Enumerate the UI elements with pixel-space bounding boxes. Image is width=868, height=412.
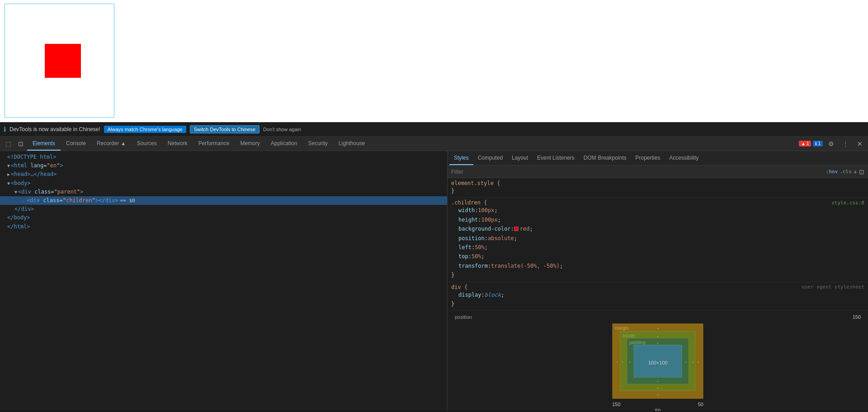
box-right-val: 50 bbox=[698, 402, 703, 407]
hov-button[interactable]: :hov bbox=[826, 169, 838, 175]
info-badge: ℹ 1 bbox=[813, 141, 823, 147]
css-property: transform bbox=[458, 261, 488, 270]
tab-network[interactable]: Network bbox=[162, 137, 193, 151]
tab-accessibility[interactable]: Accessibility bbox=[665, 151, 703, 165]
svg-text:-: - bbox=[657, 340, 658, 345]
devtools-toolbar: ⬚ ⊡ Elements Console Recorder ▲ Sources … bbox=[0, 137, 868, 151]
css-close-brace: } bbox=[451, 270, 864, 279]
cls-button[interactable]: .cls bbox=[840, 169, 852, 175]
svg-text:-: - bbox=[657, 379, 658, 384]
tab-lighthouse[interactable]: Lighthouse bbox=[333, 137, 371, 151]
devtools-tabs: Elements Console Recorder ▲ Sources Netw… bbox=[27, 137, 799, 151]
html-line: </html> bbox=[0, 223, 447, 231]
tab-layout[interactable]: Layout bbox=[507, 151, 533, 165]
css-value[interactable]: absolute bbox=[488, 234, 514, 243]
box-position-labels: 150 50 50 bbox=[610, 402, 705, 411]
css-close-brace: } bbox=[451, 299, 864, 308]
svg-text:-: - bbox=[698, 359, 699, 364]
css-value[interactable]: translate(-50%, -50%) bbox=[491, 261, 560, 270]
html-line: ▼<div class="parent"> bbox=[0, 188, 447, 196]
tab-security[interactable]: Security bbox=[302, 137, 333, 151]
info-icon: ℹ bbox=[4, 126, 6, 133]
tab-elements[interactable]: Elements bbox=[27, 137, 61, 151]
css-value[interactable]: 50% bbox=[472, 252, 481, 261]
css-ua-source: user agent stylesheet bbox=[802, 284, 864, 290]
css-property: width bbox=[458, 206, 475, 215]
box-model-diagram: margin - - - - border - - - bbox=[610, 322, 705, 401]
html-line-selected[interactable]: …<div class="children"></div>== $0 bbox=[0, 196, 447, 205]
toolbar-right: ▲ 1 ℹ 1 ⚙ ⋮ ✕ bbox=[799, 137, 866, 150]
styles-tabs: Styles Computed Layout Event Listeners D… bbox=[448, 151, 868, 166]
css-prop-transform: transform: translate(-50%, -50%); bbox=[451, 261, 864, 270]
svg-text:-: - bbox=[657, 333, 658, 338]
tab-application[interactable]: Application bbox=[265, 137, 303, 151]
settings-button[interactable]: ⚙ bbox=[825, 137, 837, 150]
dismiss-button[interactable]: Don't show again bbox=[263, 127, 301, 132]
html-line: ▶<head>…</head> bbox=[0, 170, 447, 179]
tab-sources[interactable]: Sources bbox=[132, 137, 162, 151]
css-div-selector: div { bbox=[451, 284, 467, 290]
main-split: <!DOCTYPE html> ▼<html lang="en"> ▶<head… bbox=[0, 151, 868, 411]
css-value[interactable]: 50% bbox=[475, 243, 485, 252]
svg-text:margin: margin bbox=[615, 326, 629, 331]
close-devtools-button[interactable]: ✕ bbox=[854, 137, 866, 150]
svg-text:-: - bbox=[657, 326, 658, 331]
tab-recorder[interactable]: Recorder ▲ bbox=[91, 137, 132, 151]
tab-styles[interactable]: Styles bbox=[449, 151, 473, 165]
color-swatch[interactable] bbox=[514, 227, 519, 231]
styles-filter-input[interactable] bbox=[451, 169, 824, 175]
css-rule-element-style: element.style { } bbox=[448, 178, 868, 198]
position-label: position bbox=[455, 314, 472, 320]
css-source-link[interactable]: style.css:8 bbox=[831, 200, 864, 206]
tab-dom-breakpoints[interactable]: DOM Breakpoints bbox=[579, 151, 631, 165]
device-toolbar-button[interactable]: ⊡ bbox=[14, 137, 27, 150]
red-box bbox=[45, 44, 81, 78]
svg-text:-: - bbox=[622, 359, 623, 364]
css-value[interactable]: 100px bbox=[481, 215, 498, 224]
css-prop-bgcolor: background-color: red; bbox=[451, 224, 864, 233]
tab-memory[interactable]: Memory bbox=[235, 137, 265, 151]
css-rule-div: div { user agent stylesheet display: blo… bbox=[448, 282, 868, 311]
box-left-val: 150 bbox=[612, 402, 620, 407]
svg-text:padding: padding bbox=[629, 340, 646, 345]
css-prop-height: height: 100px; bbox=[451, 215, 864, 224]
svg-text:-: - bbox=[616, 359, 618, 364]
svg-text:border: border bbox=[623, 333, 636, 338]
switch-language-button[interactable]: Switch DevTools to Chinese bbox=[190, 125, 259, 133]
tab-event-listeners[interactable]: Event Listeners bbox=[533, 151, 579, 165]
html-panel[interactable]: <!DOCTYPE html> ▼<html lang="en"> ▶<head… bbox=[0, 151, 448, 411]
toggle-style-button[interactable]: ⊡ bbox=[859, 168, 864, 175]
match-language-button[interactable]: Always match Chrome's language bbox=[104, 126, 186, 133]
css-prop-position: position: absolute; bbox=[451, 234, 864, 243]
error-badge: ▲ 1 bbox=[799, 141, 811, 147]
svg-text:-: - bbox=[657, 392, 658, 397]
css-property: background-color bbox=[458, 224, 511, 233]
styles-content[interactable]: element.style { } .children { style.css:… bbox=[448, 178, 868, 411]
devtools-panel: ⬚ ⊡ Elements Console Recorder ▲ Sources … bbox=[0, 137, 868, 411]
html-line: <!DOCTYPE html> bbox=[0, 153, 447, 161]
svg-text:-: - bbox=[629, 359, 630, 364]
tab-console[interactable]: Console bbox=[61, 137, 91, 151]
css-prop-top: top: 50%; bbox=[451, 252, 864, 261]
css-value[interactable]: 100px bbox=[478, 206, 494, 215]
tab-properties[interactable]: Properties bbox=[631, 151, 665, 165]
css-prop-left: left: 50%; bbox=[451, 243, 864, 252]
browser-preview bbox=[0, 0, 868, 122]
css-property: height bbox=[458, 215, 478, 224]
position-top-value: 150 bbox=[853, 314, 861, 320]
tab-performance[interactable]: Performance bbox=[193, 137, 235, 151]
position-row: position 150 bbox=[451, 314, 864, 320]
tab-computed[interactable]: Computed bbox=[473, 151, 507, 165]
css-rule-children: .children { style.css:8 width: 100px; he… bbox=[448, 198, 868, 282]
filter-bar: :hov .cls + ⊡ bbox=[448, 166, 868, 178]
css-prop-width: width: 100px; bbox=[451, 206, 864, 215]
more-options-button[interactable]: ⋮ bbox=[839, 137, 852, 150]
css-property: display bbox=[458, 290, 481, 299]
html-line: ▼<body> bbox=[0, 179, 447, 188]
css-children-selector: .children { bbox=[451, 199, 487, 206]
add-style-button[interactable]: + bbox=[854, 168, 857, 175]
css-value[interactable]: block bbox=[485, 290, 501, 299]
inspect-element-button[interactable]: ⬚ bbox=[2, 137, 14, 150]
css-close-brace: } bbox=[451, 186, 864, 195]
css-value[interactable]: red bbox=[520, 224, 530, 233]
